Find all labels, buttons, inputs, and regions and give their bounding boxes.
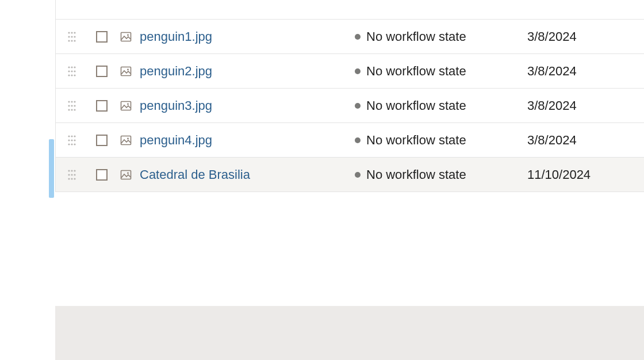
item-name-link[interactable]: penguin3.jpg xyxy=(140,98,212,113)
svg-point-5 xyxy=(74,36,75,37)
left-gutter xyxy=(0,0,55,360)
svg-point-2 xyxy=(74,32,75,33)
workflow-state-cell: No workflow state xyxy=(355,133,527,148)
drag-handle-icon[interactable] xyxy=(56,99,88,112)
workflow-state-label: No workflow state xyxy=(366,98,466,113)
svg-point-36 xyxy=(68,139,70,141)
svg-point-10 xyxy=(127,34,129,36)
svg-point-49 xyxy=(74,174,75,175)
table-row[interactable]: penguin4.jpg No workflow state 3/8/2024 xyxy=(56,123,644,158)
image-type-icon xyxy=(116,100,136,112)
row-checkbox-cell[interactable] xyxy=(88,135,116,146)
drag-handle-icon[interactable] xyxy=(56,168,88,181)
svg-point-15 xyxy=(71,70,72,72)
svg-point-32 xyxy=(127,103,129,105)
svg-point-29 xyxy=(71,109,72,110)
footer-bar xyxy=(55,306,644,360)
drag-handle-icon[interactable] xyxy=(56,134,88,147)
svg-rect-9 xyxy=(121,32,131,41)
svg-point-7 xyxy=(71,40,72,41)
row-checkbox[interactable] xyxy=(96,100,108,112)
svg-point-43 xyxy=(127,137,129,139)
svg-point-30 xyxy=(74,109,75,110)
table-footer-space xyxy=(55,231,644,306)
svg-point-45 xyxy=(71,170,72,171)
svg-rect-31 xyxy=(121,101,131,110)
item-name-link[interactable]: penguin4.jpg xyxy=(140,133,212,147)
svg-rect-20 xyxy=(121,67,131,75)
svg-point-25 xyxy=(68,105,70,106)
row-checkbox-cell[interactable] xyxy=(88,31,116,43)
date-cell: 3/8/2024 xyxy=(527,64,625,79)
workflow-dot-icon xyxy=(355,172,361,178)
svg-point-39 xyxy=(68,143,70,145)
workflow-dot-icon xyxy=(355,34,361,40)
svg-point-27 xyxy=(74,105,75,106)
date-cell: 3/8/2024 xyxy=(527,133,625,148)
row-checkbox-cell[interactable] xyxy=(88,66,116,77)
table-row[interactable]: penguin3.jpg No workflow state 3/8/2024 xyxy=(56,89,644,123)
svg-point-33 xyxy=(68,135,70,137)
table-header-row xyxy=(56,0,644,20)
svg-point-3 xyxy=(68,36,70,37)
drag-handle-icon[interactable] xyxy=(56,65,88,78)
item-name-link[interactable]: penguin1.jpg xyxy=(140,29,212,44)
svg-point-37 xyxy=(71,139,72,141)
svg-point-0 xyxy=(68,32,70,33)
svg-point-24 xyxy=(74,101,75,102)
row-checkbox[interactable] xyxy=(96,66,108,77)
svg-point-40 xyxy=(71,143,72,145)
svg-point-22 xyxy=(68,101,70,102)
date-cell: 11/10/2024 xyxy=(527,167,625,182)
table-row[interactable]: Catedral de Brasilia No workflow state 1… xyxy=(56,158,644,192)
row-checkbox-cell[interactable] xyxy=(88,100,116,112)
image-type-icon xyxy=(116,135,136,146)
workflow-dot-icon xyxy=(355,103,361,109)
workflow-state-label: No workflow state xyxy=(366,64,466,79)
workflow-state-label: No workflow state xyxy=(366,167,466,182)
svg-point-11 xyxy=(68,66,70,68)
item-name-link[interactable]: Catedral de Brasilia xyxy=(140,167,250,182)
svg-point-35 xyxy=(74,135,75,137)
svg-point-21 xyxy=(127,68,129,70)
item-name-link[interactable]: penguin2.jpg xyxy=(140,64,212,78)
svg-point-46 xyxy=(74,170,75,171)
content-table: penguin1.jpg No workflow state 3/8/2024 … xyxy=(55,0,644,192)
table-row[interactable]: penguin1.jpg No workflow state 3/8/2024 xyxy=(56,20,644,54)
workflow-dot-icon xyxy=(355,68,361,74)
svg-rect-53 xyxy=(121,170,131,179)
svg-point-1 xyxy=(71,32,72,33)
svg-point-19 xyxy=(74,74,75,76)
svg-point-44 xyxy=(68,170,70,171)
svg-point-47 xyxy=(68,174,70,175)
workflow-state-label: No workflow state xyxy=(366,133,466,148)
drag-handle-icon[interactable] xyxy=(56,30,88,43)
svg-point-51 xyxy=(71,178,72,179)
row-checkbox[interactable] xyxy=(96,169,108,181)
svg-point-13 xyxy=(74,66,75,68)
svg-point-14 xyxy=(68,70,70,72)
svg-point-12 xyxy=(71,66,72,68)
svg-point-4 xyxy=(71,36,72,37)
image-type-icon xyxy=(116,66,136,77)
date-cell: 3/8/2024 xyxy=(527,98,625,113)
workflow-state-cell: No workflow state xyxy=(355,98,527,113)
svg-point-23 xyxy=(71,101,72,102)
drop-indicator xyxy=(49,139,54,198)
workflow-state-cell: No workflow state xyxy=(355,64,527,79)
svg-point-28 xyxy=(68,109,70,110)
image-type-icon xyxy=(116,31,136,43)
row-checkbox[interactable] xyxy=(96,31,108,43)
svg-point-34 xyxy=(71,135,72,137)
image-type-icon xyxy=(116,169,136,181)
workflow-state-cell: No workflow state xyxy=(355,29,527,44)
svg-point-38 xyxy=(74,139,75,141)
workflow-dot-icon xyxy=(355,137,361,143)
svg-point-54 xyxy=(127,172,129,174)
svg-point-6 xyxy=(68,40,70,41)
row-checkbox-cell[interactable] xyxy=(88,169,116,181)
table-row[interactable]: penguin2.jpg No workflow state 3/8/2024 xyxy=(56,54,644,89)
row-checkbox[interactable] xyxy=(96,135,108,146)
svg-point-50 xyxy=(68,178,70,179)
svg-point-18 xyxy=(71,74,72,76)
